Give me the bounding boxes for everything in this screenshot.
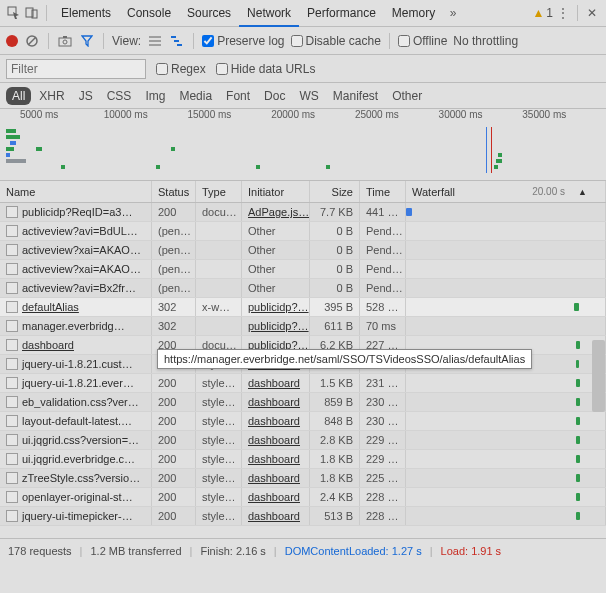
type-filter-media[interactable]: Media [173,87,218,105]
col-name[interactable]: Name [0,181,152,202]
separator [46,5,47,21]
type-filter-img[interactable]: Img [139,87,171,105]
hide-data-urls-checkbox[interactable]: Hide data URLs [216,62,316,76]
type-filter-bar: AllXHRJSCSSImgMediaFontDocWSManifestOthe… [0,83,606,109]
url-tooltip: https://manager.everbridge.net/saml/SSO/… [157,349,532,369]
record-button[interactable] [6,35,18,47]
file-icon [6,225,18,237]
table-row[interactable]: jquery-ui-timepicker-…200style…dashboard… [0,507,606,526]
warning-count: 1 [546,6,553,20]
filter-input[interactable] [6,59,146,79]
regex-checkbox[interactable]: Regex [156,62,206,76]
file-icon [6,244,18,256]
filter-icon[interactable] [79,33,95,49]
table-row[interactable]: activeview?avi=BdUL…(pen…Other0 BPend… [0,222,606,241]
file-icon [6,339,18,351]
inspect-icon[interactable] [6,5,22,21]
svg-rect-13 [177,44,182,46]
table-row[interactable]: activeview?avi=Bx2fr…(pen…Other0 BPend… [0,279,606,298]
warning-icon[interactable]: ▲ [532,6,544,20]
file-icon [6,491,18,503]
type-filter-font[interactable]: Font [220,87,256,105]
status-requests: 178 requests [8,545,72,557]
tab-network[interactable]: Network [239,1,299,27]
svg-point-6 [63,40,67,44]
col-waterfall[interactable]: Waterfall20.00 s▲ [406,181,606,202]
capture-screenshot-icon[interactable] [57,33,73,49]
status-finish: Finish: 2.16 s [200,545,265,557]
table-row[interactable]: activeview?xai=AKAO…(pen…Other0 BPend… [0,241,606,260]
file-icon [6,415,18,427]
type-filter-all[interactable]: All [6,87,31,105]
table-row[interactable]: manager.everbridg…302publicidp?…611 B70 … [0,317,606,336]
status-dcl: DOMContentLoaded: 1.27 s [285,545,422,557]
network-toolbar: View: Preserve log Disable cache Offline… [0,27,606,55]
view-list-icon[interactable] [147,33,163,49]
svg-rect-5 [59,38,71,46]
table-row[interactable]: defaultAlias302x-w…publicidp?…395 B528 … [0,298,606,317]
svg-line-4 [28,37,36,45]
file-icon [6,206,18,218]
preserve-log-checkbox[interactable]: Preserve log [202,34,284,48]
kebab-menu-icon[interactable]: ⋮ [555,5,571,21]
svg-rect-11 [171,36,176,38]
more-tabs-icon[interactable]: » [445,5,461,21]
tab-memory[interactable]: Memory [384,1,443,26]
tab-sources[interactable]: Sources [179,1,239,26]
timeline-overview[interactable]: 5000 ms10000 ms15000 ms20000 ms25000 ms3… [0,109,606,181]
tab-performance[interactable]: Performance [299,1,384,26]
file-icon [6,453,18,465]
col-initiator[interactable]: Initiator [242,181,310,202]
devtools-tabs: ElementsConsoleSourcesNetworkPerformance… [0,0,606,27]
throttling-select[interactable]: No throttling [453,34,518,48]
svg-rect-12 [174,40,179,42]
table-row[interactable]: activeview?xai=AKAO…(pen…Other0 BPend… [0,260,606,279]
file-icon [6,510,18,522]
type-filter-css[interactable]: CSS [101,87,138,105]
type-filter-manifest[interactable]: Manifest [327,87,384,105]
tab-elements[interactable]: Elements [53,1,119,26]
status-transferred: 1.2 MB transferred [90,545,181,557]
type-filter-js[interactable]: JS [73,87,99,105]
status-load: Load: 1.91 s [441,545,502,557]
table-row[interactable]: jquery-ui-1.8.21.ever…200style…dashboard… [0,374,606,393]
table-row[interactable]: zTreeStyle.css?versio…200style…dashboard… [0,469,606,488]
file-icon [6,282,18,294]
view-label: View: [112,34,141,48]
type-filter-xhr[interactable]: XHR [33,87,70,105]
table-row[interactable]: eb_validation.css?ver…200style…dashboard… [0,393,606,412]
file-icon [6,358,18,370]
type-filter-other[interactable]: Other [386,87,428,105]
device-icon[interactable] [24,5,40,21]
separator [577,5,578,21]
offline-checkbox[interactable]: Offline [398,34,447,48]
type-filter-ws[interactable]: WS [293,87,324,105]
col-time[interactable]: Time [360,181,406,202]
col-size[interactable]: Size [310,181,360,202]
file-icon [6,377,18,389]
file-icon [6,396,18,408]
table-row[interactable]: publicidp?ReqID=a3…200docu…AdPage.js…7.7… [0,203,606,222]
file-icon [6,320,18,332]
table-row[interactable]: openlayer-original-st…200style…dashboard… [0,488,606,507]
table-header: Name Status Type Initiator Size Time Wat… [0,181,606,203]
table-row[interactable]: layout-default-latest.…200style…dashboar… [0,412,606,431]
type-filter-doc[interactable]: Doc [258,87,291,105]
status-bar: 178 requests| 1.2 MB transferred| Finish… [0,539,606,563]
tab-console[interactable]: Console [119,1,179,26]
table-row[interactable]: ui.jqgrid.css?version=…200style…dashboar… [0,431,606,450]
svg-rect-7 [63,36,67,38]
close-icon[interactable]: ✕ [584,5,600,21]
file-icon [6,263,18,275]
view-waterfall-icon[interactable] [169,33,185,49]
filter-bar: Regex Hide data URLs [0,55,606,83]
clear-icon[interactable] [24,33,40,49]
scrollbar-thumb[interactable] [592,340,605,412]
file-icon [6,472,18,484]
col-status[interactable]: Status [152,181,196,202]
table-body: publicidp?ReqID=a3…200docu…AdPage.js…7.7… [0,203,606,538]
file-icon [6,434,18,446]
disable-cache-checkbox[interactable]: Disable cache [291,34,381,48]
col-type[interactable]: Type [196,181,242,202]
table-row[interactable]: ui.jqgrid.everbridge.c…200style…dashboar… [0,450,606,469]
